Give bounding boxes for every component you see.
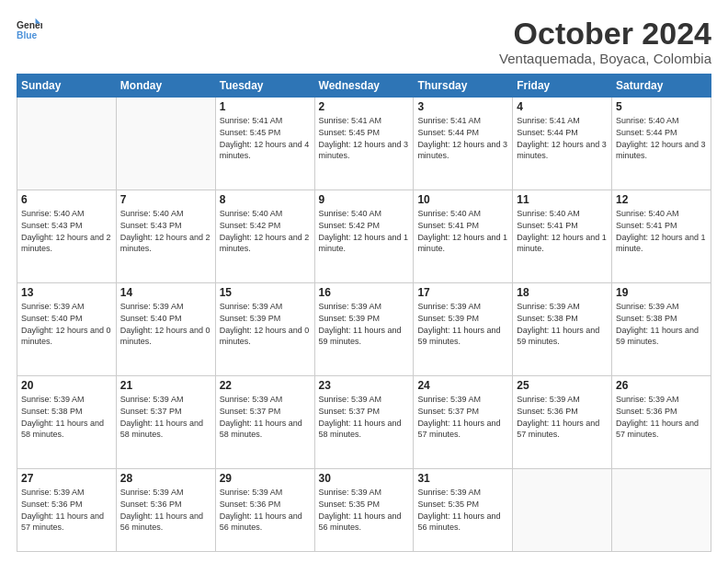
day-number: 30 xyxy=(319,472,410,485)
day-info: Sunrise: 5:41 AM Sunset: 5:45 PM Dayligh… xyxy=(220,115,311,161)
header-monday: Monday xyxy=(116,75,215,98)
day-info: Sunrise: 5:39 AM Sunset: 5:36 PM Dayligh… xyxy=(120,487,211,533)
day-info: Sunrise: 5:39 AM Sunset: 5:36 PM Dayligh… xyxy=(616,394,707,440)
table-row: 1Sunrise: 5:41 AM Sunset: 5:45 PM Daylig… xyxy=(215,98,314,190)
day-number: 4 xyxy=(517,100,608,113)
day-info: Sunrise: 5:39 AM Sunset: 5:38 PM Dayligh… xyxy=(517,301,608,347)
day-info: Sunrise: 5:40 AM Sunset: 5:41 PM Dayligh… xyxy=(517,208,608,254)
table-row: 17Sunrise: 5:39 AM Sunset: 5:39 PM Dayli… xyxy=(414,283,513,376)
day-info: Sunrise: 5:41 AM Sunset: 5:45 PM Dayligh… xyxy=(319,115,410,161)
day-info: Sunrise: 5:39 AM Sunset: 5:37 PM Dayligh… xyxy=(220,394,311,440)
day-number: 8 xyxy=(220,193,311,206)
header-tuesday: Tuesday xyxy=(215,75,314,98)
day-info: Sunrise: 5:39 AM Sunset: 5:38 PM Dayligh… xyxy=(616,301,707,347)
header-sunday: Sunday xyxy=(17,75,117,98)
title-block: October 2024 Ventaquemada, Boyaca, Colom… xyxy=(499,17,711,66)
table-row: 5Sunrise: 5:40 AM Sunset: 5:44 PM Daylig… xyxy=(612,98,711,190)
calendar-header-row: Sunday Monday Tuesday Wednesday Thursday… xyxy=(17,75,711,98)
day-info: Sunrise: 5:39 AM Sunset: 5:35 PM Dayligh… xyxy=(417,487,508,533)
day-info: Sunrise: 5:39 AM Sunset: 5:36 PM Dayligh… xyxy=(517,394,608,440)
day-info: Sunrise: 5:39 AM Sunset: 5:40 PM Dayligh… xyxy=(120,301,211,347)
day-number: 11 xyxy=(517,193,608,206)
table-row: 9Sunrise: 5:40 AM Sunset: 5:42 PM Daylig… xyxy=(314,190,414,283)
day-number: 16 xyxy=(319,286,410,299)
day-number: 9 xyxy=(319,193,410,206)
day-info: Sunrise: 5:39 AM Sunset: 5:40 PM Dayligh… xyxy=(21,301,112,347)
table-row: 6Sunrise: 5:40 AM Sunset: 5:43 PM Daylig… xyxy=(17,190,117,283)
day-info: Sunrise: 5:40 AM Sunset: 5:43 PM Dayligh… xyxy=(21,208,112,254)
table-row: 22Sunrise: 5:39 AM Sunset: 5:37 PM Dayli… xyxy=(215,376,314,469)
day-number: 21 xyxy=(120,379,211,392)
header-friday: Friday xyxy=(513,75,612,98)
day-info: Sunrise: 5:40 AM Sunset: 5:43 PM Dayligh… xyxy=(120,208,211,254)
day-info: Sunrise: 5:41 AM Sunset: 5:44 PM Dayligh… xyxy=(417,115,508,161)
day-info: Sunrise: 5:40 AM Sunset: 5:44 PM Dayligh… xyxy=(616,115,707,161)
table-row: 24Sunrise: 5:39 AM Sunset: 5:37 PM Dayli… xyxy=(414,376,513,469)
calendar-table: Sunday Monday Tuesday Wednesday Thursday… xyxy=(17,74,711,552)
table-row: 13Sunrise: 5:39 AM Sunset: 5:40 PM Dayli… xyxy=(17,283,117,376)
day-info: Sunrise: 5:39 AM Sunset: 5:38 PM Dayligh… xyxy=(21,394,112,440)
day-number: 10 xyxy=(417,193,508,206)
table-row: 29Sunrise: 5:39 AM Sunset: 5:36 PM Dayli… xyxy=(215,469,314,552)
day-number: 14 xyxy=(120,286,211,299)
table-row: 23Sunrise: 5:39 AM Sunset: 5:37 PM Dayli… xyxy=(314,376,414,469)
day-number: 20 xyxy=(21,379,112,392)
day-number: 18 xyxy=(517,286,608,299)
day-number: 28 xyxy=(120,472,211,485)
table-row: 28Sunrise: 5:39 AM Sunset: 5:36 PM Dayli… xyxy=(116,469,215,552)
day-number: 15 xyxy=(220,286,311,299)
day-number: 3 xyxy=(417,100,508,113)
day-info: Sunrise: 5:39 AM Sunset: 5:39 PM Dayligh… xyxy=(417,301,508,347)
day-info: Sunrise: 5:39 AM Sunset: 5:39 PM Dayligh… xyxy=(220,301,311,347)
month-title: October 2024 xyxy=(499,17,711,51)
day-info: Sunrise: 5:39 AM Sunset: 5:36 PM Dayligh… xyxy=(220,487,311,533)
day-info: Sunrise: 5:40 AM Sunset: 5:42 PM Dayligh… xyxy=(220,208,311,254)
svg-text:Blue: Blue xyxy=(17,30,38,40)
day-number: 31 xyxy=(417,472,508,485)
table-row: 16Sunrise: 5:39 AM Sunset: 5:39 PM Dayli… xyxy=(314,283,414,376)
day-number: 5 xyxy=(616,100,707,113)
table-row: 2Sunrise: 5:41 AM Sunset: 5:45 PM Daylig… xyxy=(314,98,414,190)
table-row xyxy=(116,98,215,190)
table-row xyxy=(513,469,612,552)
day-number: 29 xyxy=(220,472,311,485)
table-row: 31Sunrise: 5:39 AM Sunset: 5:35 PM Dayli… xyxy=(414,469,513,552)
table-row: 20Sunrise: 5:39 AM Sunset: 5:38 PM Dayli… xyxy=(17,376,117,469)
subtitle: Ventaquemada, Boyaca, Colombia xyxy=(499,51,711,66)
table-row: 7Sunrise: 5:40 AM Sunset: 5:43 PM Daylig… xyxy=(116,190,215,283)
table-row: 25Sunrise: 5:39 AM Sunset: 5:36 PM Dayli… xyxy=(513,376,612,469)
day-number: 6 xyxy=(21,193,112,206)
day-number: 19 xyxy=(616,286,707,299)
day-number: 12 xyxy=(616,193,707,206)
page: General Blue October 2024 Ventaquemada, … xyxy=(0,0,728,563)
table-row: 26Sunrise: 5:39 AM Sunset: 5:36 PM Dayli… xyxy=(612,376,711,469)
logo: General Blue xyxy=(17,17,42,42)
table-row: 19Sunrise: 5:39 AM Sunset: 5:38 PM Dayli… xyxy=(612,283,711,376)
day-info: Sunrise: 5:39 AM Sunset: 5:39 PM Dayligh… xyxy=(319,301,410,347)
table-row: 21Sunrise: 5:39 AM Sunset: 5:37 PM Dayli… xyxy=(116,376,215,469)
day-number: 2 xyxy=(319,100,410,113)
day-info: Sunrise: 5:40 AM Sunset: 5:41 PM Dayligh… xyxy=(616,208,707,254)
table-row: 3Sunrise: 5:41 AM Sunset: 5:44 PM Daylig… xyxy=(414,98,513,190)
day-number: 23 xyxy=(319,379,410,392)
day-info: Sunrise: 5:40 AM Sunset: 5:41 PM Dayligh… xyxy=(417,208,508,254)
day-number: 25 xyxy=(517,379,608,392)
table-row: 11Sunrise: 5:40 AM Sunset: 5:41 PM Dayli… xyxy=(513,190,612,283)
table-row: 10Sunrise: 5:40 AM Sunset: 5:41 PM Dayli… xyxy=(414,190,513,283)
table-row: 8Sunrise: 5:40 AM Sunset: 5:42 PM Daylig… xyxy=(215,190,314,283)
logo-icon: General Blue xyxy=(17,17,42,42)
day-number: 22 xyxy=(220,379,311,392)
header: General Blue October 2024 Ventaquemada, … xyxy=(17,17,711,66)
table-row: 27Sunrise: 5:39 AM Sunset: 5:36 PM Dayli… xyxy=(17,469,117,552)
day-info: Sunrise: 5:39 AM Sunset: 5:37 PM Dayligh… xyxy=(120,394,211,440)
table-row xyxy=(17,98,117,190)
table-row: 30Sunrise: 5:39 AM Sunset: 5:35 PM Dayli… xyxy=(314,469,414,552)
day-number: 27 xyxy=(21,472,112,485)
table-row xyxy=(612,469,711,552)
table-row: 14Sunrise: 5:39 AM Sunset: 5:40 PM Dayli… xyxy=(116,283,215,376)
table-row: 18Sunrise: 5:39 AM Sunset: 5:38 PM Dayli… xyxy=(513,283,612,376)
day-info: Sunrise: 5:40 AM Sunset: 5:42 PM Dayligh… xyxy=(319,208,410,254)
day-info: Sunrise: 5:39 AM Sunset: 5:35 PM Dayligh… xyxy=(319,487,410,533)
table-row: 4Sunrise: 5:41 AM Sunset: 5:44 PM Daylig… xyxy=(513,98,612,190)
day-number: 13 xyxy=(21,286,112,299)
